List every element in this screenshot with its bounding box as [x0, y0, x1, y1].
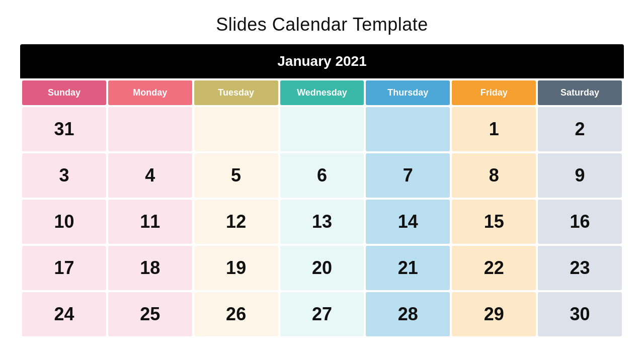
day-cell-4-6: 30 [538, 292, 622, 336]
day-cell-4-4: 28 [366, 292, 450, 336]
calendar-grid: SundayMondayTuesdayWednesdayThursdayFrid… [20, 78, 624, 338]
day-cell-0-2 [194, 107, 278, 151]
day-cell-4-0: 24 [22, 292, 106, 336]
day-cell-4-5: 29 [452, 292, 536, 336]
page-title: Slides Calendar Template [216, 14, 428, 35]
header-wednesday: Wednesday [280, 80, 364, 105]
day-cell-2-4: 14 [366, 200, 450, 244]
day-cell-2-3: 13 [280, 200, 364, 244]
header-sunday: Sunday [22, 80, 106, 105]
day-cell-0-6: 2 [538, 107, 622, 151]
header-thursday: Thursday [366, 80, 450, 105]
day-cell-1-4: 7 [366, 153, 450, 198]
day-cell-0-0: 31 [22, 107, 106, 151]
day-cell-1-0: 3 [22, 153, 106, 198]
day-cell-1-6: 9 [538, 153, 622, 198]
day-cell-1-3: 6 [280, 153, 364, 198]
day-cell-0-4 [366, 107, 450, 151]
day-cell-3-0: 17 [22, 246, 106, 290]
day-cell-2-6: 16 [538, 200, 622, 244]
day-cell-1-2: 5 [194, 153, 278, 198]
day-cell-3-1: 18 [108, 246, 192, 290]
header-saturday: Saturday [538, 80, 622, 105]
calendar-wrapper: January 2021 SundayMondayTuesdayWednesda… [20, 44, 624, 338]
day-cell-2-5: 15 [452, 200, 536, 244]
day-cell-2-1: 11 [108, 200, 192, 244]
day-cell-3-5: 22 [452, 246, 536, 290]
day-cell-4-1: 25 [108, 292, 192, 336]
day-cell-0-3 [280, 107, 364, 151]
header-monday: Monday [108, 80, 192, 105]
calendar-month-header: January 2021 [20, 44, 624, 78]
day-cell-0-5: 1 [452, 107, 536, 151]
day-cell-0-1 [108, 107, 192, 151]
day-cell-1-5: 8 [452, 153, 536, 198]
day-cell-4-3: 27 [280, 292, 364, 336]
day-cell-4-2: 26 [194, 292, 278, 336]
day-cell-3-4: 21 [366, 246, 450, 290]
day-cell-2-2: 12 [194, 200, 278, 244]
header-friday: Friday [452, 80, 536, 105]
day-cell-1-1: 4 [108, 153, 192, 198]
header-tuesday: Tuesday [194, 80, 278, 105]
day-cell-3-2: 19 [194, 246, 278, 290]
day-cell-3-6: 23 [538, 246, 622, 290]
day-cell-3-3: 20 [280, 246, 364, 290]
day-cell-2-0: 10 [22, 200, 106, 244]
